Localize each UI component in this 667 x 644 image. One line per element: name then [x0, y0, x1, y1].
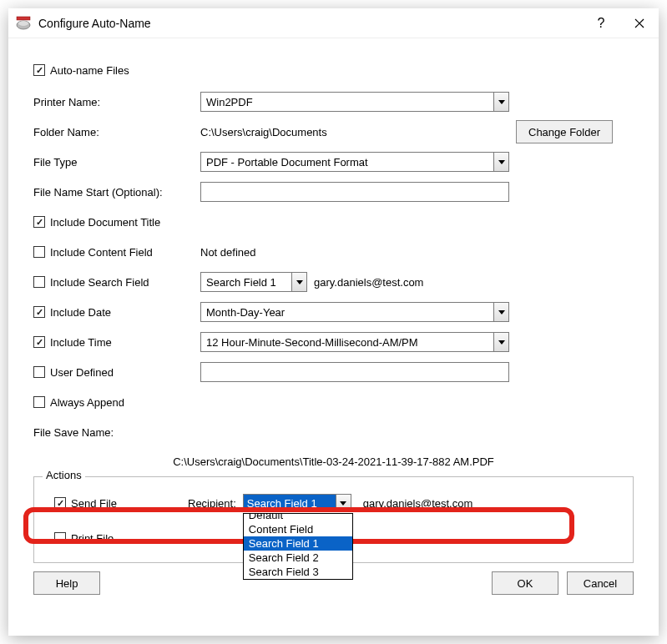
- search-field-value: Search Field 1: [206, 276, 276, 289]
- user-defined-label: User Defined: [50, 366, 114, 379]
- folder-name-value: C:\Users\craig\Documents: [200, 126, 509, 138]
- window-title: Configure Auto-Name: [38, 17, 582, 30]
- app-icon: [15, 15, 32, 32]
- recipient-selected: Search Field 1: [244, 495, 336, 511]
- always-append-checkbox[interactable]: [33, 396, 45, 408]
- send-file-label: Send File: [71, 497, 117, 510]
- include-search-field-checkbox[interactable]: [33, 276, 45, 288]
- user-defined-input[interactable]: [200, 362, 509, 382]
- autoname-label: Auto-name Files: [50, 64, 129, 77]
- file-type-combo[interactable]: PDF - Portable Document Format: [200, 152, 509, 172]
- file-type-label: File Type: [33, 156, 78, 169]
- content-field-value: Not defined: [200, 246, 256, 259]
- include-doc-title-checkbox[interactable]: [33, 216, 45, 228]
- filename-start-input[interactable]: [200, 182, 509, 202]
- dialog-window: Configure Auto-Name ? Auto-name Files Pr…: [8, 8, 659, 636]
- date-format-value: Month-Day-Year: [206, 306, 285, 319]
- user-defined-checkbox[interactable]: [33, 366, 45, 378]
- autoname-checkbox[interactable]: [33, 64, 45, 76]
- recipient-dropdown-list: Default Content Field Search Field 1 Sea…: [243, 513, 353, 580]
- cancel-button[interactable]: Cancel: [567, 571, 634, 595]
- recipient-combo[interactable]: Search Field 1 Default Content Field Sea…: [243, 494, 351, 512]
- chevron-down-icon[interactable]: [493, 333, 508, 351]
- include-search-field-label: Include Search Field: [50, 276, 149, 289]
- chevron-down-icon[interactable]: [493, 303, 508, 321]
- chevron-down-icon[interactable]: [336, 495, 351, 511]
- recipient-option[interactable]: Search Field 2: [244, 551, 352, 565]
- include-content-field-checkbox[interactable]: [33, 246, 45, 258]
- help-button[interactable]: Help: [33, 571, 100, 595]
- search-field-resolved: gary.daniels@test.com: [314, 276, 423, 289]
- actions-legend: Actions: [43, 469, 85, 481]
- change-folder-button[interactable]: Change Folder: [516, 120, 613, 143]
- time-format-combo[interactable]: 12 Hour-Minute-Second-Millisecond-AM/PM: [200, 332, 509, 352]
- include-date-label: Include Date: [50, 306, 111, 319]
- svg-rect-0: [17, 17, 30, 20]
- ok-button[interactable]: OK: [492, 571, 558, 595]
- date-format-combo[interactable]: Month-Day-Year: [200, 302, 509, 322]
- include-time-checkbox[interactable]: [33, 336, 45, 348]
- recipient-option[interactable]: Content Field: [244, 522, 352, 536]
- titlebar: Configure Auto-Name ?: [8, 8, 659, 38]
- time-format-value: 12 Hour-Minute-Second-Millisecond-AM/PM: [206, 336, 418, 349]
- chevron-down-icon[interactable]: [493, 93, 508, 111]
- send-file-checkbox[interactable]: [54, 497, 66, 509]
- chevron-down-icon[interactable]: [291, 273, 306, 291]
- help-icon[interactable]: ?: [582, 8, 620, 38]
- recipient-resolved: gary.daniels@test.com: [363, 497, 472, 510]
- filename-start-label: File Name Start (Optional):: [33, 186, 163, 199]
- recipient-label: Recipient:: [188, 497, 236, 510]
- printer-name-label: Printer Name:: [33, 96, 100, 108]
- include-date-checkbox[interactable]: [33, 306, 45, 318]
- include-content-field-label: Include Content Field: [50, 246, 153, 259]
- print-file-label: Print File: [71, 532, 114, 545]
- chevron-down-icon[interactable]: [493, 153, 508, 171]
- include-doc-title-label: Include Document Title: [50, 216, 160, 229]
- actions-group: Actions Send File Recipient: Search Fiel…: [33, 476, 634, 563]
- close-icon[interactable]: [620, 8, 659, 38]
- recipient-option[interactable]: Search Field 1: [244, 536, 352, 551]
- file-save-name-label: File Save Name:: [33, 426, 114, 439]
- printer-name-value: Win2PDF: [206, 96, 253, 108]
- always-append-label: Always Append: [50, 396, 124, 409]
- include-time-label: Include Time: [50, 336, 112, 349]
- search-field-combo[interactable]: Search Field 1: [200, 272, 307, 292]
- recipient-option[interactable]: Search Field 3: [244, 565, 352, 579]
- file-type-value: PDF - Portable Document Format: [206, 156, 368, 169]
- recipient-option[interactable]: Default: [244, 514, 352, 522]
- svg-point-2: [18, 21, 28, 26]
- print-file-checkbox[interactable]: [54, 532, 66, 544]
- printer-name-combo[interactable]: Win2PDF: [200, 92, 509, 112]
- file-save-name-value: C:\Users\craig\Documents\Title-03-24-202…: [173, 455, 494, 468]
- folder-name-label: Folder Name:: [33, 126, 99, 138]
